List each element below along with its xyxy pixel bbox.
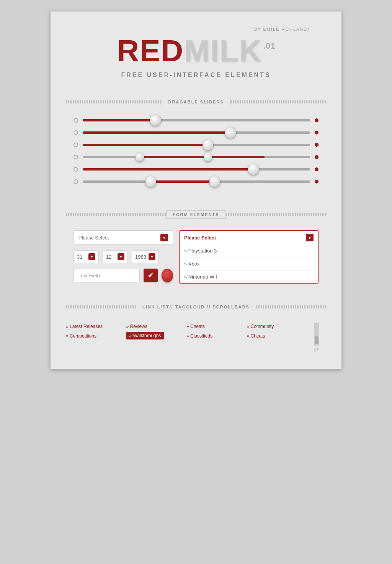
- slider-track-1[interactable]: [83, 118, 310, 123]
- slider-thumb-6a[interactable]: [145, 176, 156, 187]
- header: BY EMILE ROHLANDT RED MILK .01 FREE USER…: [51, 11, 341, 86]
- slider-dot-left-4: [74, 155, 78, 159]
- slider-row-2: [74, 130, 318, 135]
- links-columns: » Latest Releases » Reviews » Cheats » C…: [66, 323, 307, 339]
- slider-fill-5: [83, 168, 253, 171]
- link-grid-container: » Latest Releases » Reviews » Cheats » C…: [66, 323, 326, 354]
- date-month-val: 12: [106, 254, 115, 260]
- page-wrapper: BY EMILE ROHLANDT RED MILK .01 FREE USER…: [51, 11, 341, 369]
- date-year-val: 1983: [135, 254, 146, 260]
- dropdown-item-2[interactable]: » Xbox: [180, 257, 318, 271]
- link-classifieds-text: » Classifieds: [186, 333, 212, 339]
- slider-thumb-4a[interactable]: [136, 153, 144, 161]
- form-left-col: Please Select ▼ 31 ▼ 12 ▼ 1983 ▼: [74, 230, 173, 284]
- slider-dot-right-6: [315, 180, 318, 184]
- slider-fill-1: [83, 119, 155, 121]
- date-day-val: 31: [77, 254, 86, 260]
- slider-row-5: [74, 167, 318, 172]
- linklist-divider: LINK LIST// TAGCLOUD // SCROLLBARS: [66, 303, 326, 311]
- slider-track-4[interactable]: [83, 154, 310, 160]
- form-divider: FORM ELEMENTS: [66, 210, 326, 219]
- slider-thumb-6b[interactable]: [209, 176, 220, 187]
- link-reviews[interactable]: » Reviews: [126, 323, 187, 330]
- linklist-divider-left: [66, 305, 136, 308]
- date-day-arrow: ▼: [88, 253, 95, 260]
- slider-dot-left-1: [74, 118, 78, 123]
- date-day-select[interactable]: 31 ▼: [74, 250, 99, 263]
- slider-track-2[interactable]: [83, 130, 310, 135]
- sliders-divider: DRAGABLE SLIDERS: [66, 98, 326, 106]
- slider-thumb-4b[interactable]: [204, 153, 212, 161]
- dropdown-item-3[interactable]: » Nintendo WII: [180, 271, 318, 283]
- slider-track-3[interactable]: [83, 142, 310, 148]
- slider-dot-right-2: [315, 131, 318, 134]
- links-row-1: » Latest Releases » Reviews » Cheats » C…: [66, 323, 307, 330]
- link-community-text: » Community: [247, 324, 274, 329]
- check-icon: ✔: [148, 271, 154, 280]
- link-community[interactable]: » Community: [247, 323, 307, 330]
- scroll-thumb[interactable]: [315, 336, 318, 344]
- slider-fill-2: [83, 131, 230, 134]
- dropdown-container: Please Select ▼ » Playstation 3 » Xbox »…: [179, 230, 318, 284]
- divider-line-left: [66, 100, 162, 103]
- date-month-select[interactable]: 12 ▼: [103, 250, 128, 263]
- logo-container: RED MILK .01: [74, 33, 318, 69]
- sliders-label: DRAGABLE SLIDERS: [162, 98, 230, 106]
- slider-row-6: [74, 179, 318, 184]
- cursor-hand-icon: ☞: [314, 346, 320, 354]
- slider-dot-left-5: [74, 167, 78, 172]
- slider-dot-right-4: [315, 155, 318, 159]
- date-month-arrow: ▼: [118, 253, 124, 260]
- logo-version: .01: [263, 41, 275, 51]
- form-section: Please Select ▼ 31 ▼ 12 ▼ 1983 ▼: [51, 226, 341, 291]
- slider-track-5[interactable]: [83, 167, 310, 172]
- logo-milk: MILK: [184, 33, 262, 69]
- slider-thumb-5[interactable]: [248, 164, 259, 175]
- check-button[interactable]: ✔: [144, 269, 158, 282]
- slider-fill-3: [83, 144, 208, 146]
- form-label: FORM ELEMENTS: [166, 210, 225, 219]
- divider-line-right: [230, 100, 326, 103]
- date-row: 31 ▼ 12 ▼ 1983 ▼: [74, 250, 173, 263]
- form-divider-line-left: [66, 213, 166, 216]
- slider-fill-6: [151, 180, 214, 183]
- slider-thumb-3[interactable]: [203, 139, 213, 150]
- scroll-track[interactable]: [314, 323, 319, 346]
- textfield-row: Text Field ✔: [74, 269, 173, 282]
- slider-thumb-2[interactable]: [225, 127, 236, 138]
- link-classifieds[interactable]: » Classifieds: [186, 332, 247, 339]
- link-walkthroughs-text: » Walkthroughs: [126, 332, 164, 339]
- linklist-divider-right: [256, 305, 326, 308]
- text-field[interactable]: Text Field: [74, 269, 140, 282]
- link-competitions-text: » Competitions: [66, 333, 96, 339]
- form-right-col: Please Select ▼ » Playstation 3 » Xbox »…: [179, 230, 318, 284]
- slider-dot-left-6: [74, 179, 78, 184]
- radio-button[interactable]: [162, 269, 173, 282]
- dropdown-arrow: ▼: [306, 234, 314, 241]
- link-cheats[interactable]: » Cheats: [186, 323, 247, 330]
- slider-dot-left-2: [74, 130, 78, 135]
- select-normal[interactable]: Please Select ▼: [74, 230, 173, 245]
- date-year-arrow: ▼: [149, 253, 155, 260]
- slider-dot-right-3: [315, 143, 318, 147]
- linklist-section: » Latest Releases » Reviews » Cheats » C…: [51, 319, 341, 362]
- slider-row-1: [74, 118, 318, 123]
- slider-track-6[interactable]: [83, 179, 310, 184]
- tagline: FREE USER-INTERFACE ELEMENTS: [74, 72, 318, 79]
- slider-dot-right-5: [315, 167, 318, 171]
- link-cheats-2-text: » Cheats: [247, 333, 265, 339]
- link-latest-releases[interactable]: » Latest Releases: [66, 323, 126, 330]
- dropdown-item-1[interactable]: » Playstation 3: [180, 244, 318, 257]
- link-cheats-2[interactable]: » Cheats: [247, 332, 307, 339]
- link-latest-releases-text: » Latest Releases: [66, 324, 103, 329]
- slider-row-3: [74, 142, 318, 148]
- slider-thumb-1[interactable]: [150, 115, 161, 126]
- link-competitions[interactable]: » Competitions: [66, 332, 126, 339]
- link-walkthroughs[interactable]: » Walkthroughs: [126, 332, 187, 339]
- scrollbar-area: ☞: [307, 323, 326, 354]
- links-row-2: » Competitions » Walkthroughs » Classifi…: [66, 332, 307, 339]
- date-year-select[interactable]: 1983 ▼: [132, 250, 159, 263]
- select-text: Please Select: [78, 235, 160, 241]
- sliders-section: [51, 114, 341, 199]
- dropdown-header[interactable]: Please Select ▼: [179, 230, 318, 244]
